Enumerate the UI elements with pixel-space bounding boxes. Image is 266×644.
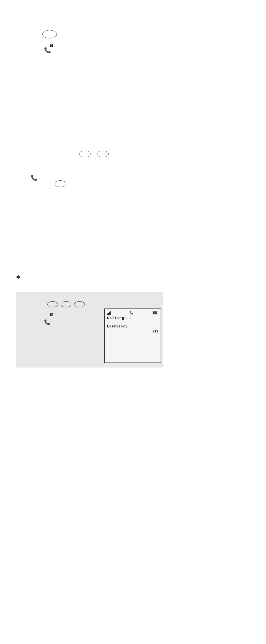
oval-graybox-3 — [74, 301, 85, 307]
phone-status-bar: 📞 ▓▓▓ — [107, 311, 158, 315]
signal-bars-icon — [107, 311, 111, 315]
oval-top — [42, 30, 57, 38]
calling-text: Calling... — [107, 316, 158, 320]
phone-solid-icon-1: 📞 — [44, 47, 51, 53]
oval-mid-left — [79, 151, 91, 157]
battery-icon: ▓▓▓ — [152, 311, 158, 315]
phone-calling-screen: 📞 ▓▓▓ Calling... Emergency 911 — [104, 308, 161, 363]
moon-svg — [79, 621, 91, 632]
oval-mid-below — [55, 180, 66, 187]
phone-solid-icon-3: 📞 — [44, 320, 50, 325]
emergency-number: 911 — [107, 330, 158, 334]
oval-mid-right — [97, 151, 109, 157]
phone-solid-icon-2: 📞 — [31, 175, 38, 180]
asterisk-symbol: * — [16, 274, 21, 283]
phone-outline-icon-2: ☎ — [50, 311, 53, 317]
oval-graybox-1 — [47, 301, 58, 307]
gray-highlight-box: ☎ 📞 📞 ▓▓▓ Calling... Emergency 911 — [16, 292, 163, 368]
oval-graybox-2 — [61, 301, 71, 307]
moon-icon — [79, 621, 91, 632]
emergency-label: Emergency — [107, 325, 158, 329]
phone-icon-status: 📞 — [129, 311, 134, 315]
